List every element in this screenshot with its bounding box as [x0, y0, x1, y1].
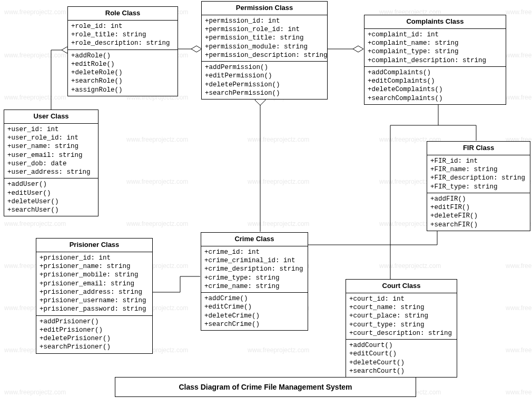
class-attrs: +FIR_id: int+FIR_name: string+FIR_descri… [427, 155, 530, 193]
class-attrs: +user_id: int+user_role_id: int+user_nam… [4, 124, 98, 179]
class-row: +deleteRole() [71, 68, 174, 77]
class-row: +user_email: string [7, 151, 95, 160]
class-row: +user_address: string [7, 168, 95, 176]
class-row: +editCourt() [349, 350, 454, 358]
class-row: +addCourt() [349, 341, 454, 350]
class-row: +deleteCourt() [349, 359, 454, 367]
class-row: +assignRole() [71, 86, 174, 94]
class-methods: +addFIR()+editFIR()+deleteFIR()+searchFI… [427, 193, 530, 231]
class-row: +court_id: int [349, 295, 454, 303]
class-row: +court_description: string [349, 329, 454, 337]
class-row: +editRole() [71, 60, 174, 68]
watermark-text: www.freeprojectz.com [506, 8, 532, 16]
class-row: +deleteCrime() [204, 312, 304, 320]
watermark-text: www.freeprojectz.com [248, 220, 309, 227]
class-title: FIR Class [427, 142, 530, 155]
class-permission: Permission Class +permission_id: int+per… [201, 1, 328, 100]
class-row: +crime_id: int [204, 248, 304, 256]
class-row: +editCrime() [204, 303, 304, 311]
class-attrs: +permission_id: int+permission_role_id: … [202, 15, 327, 62]
class-methods: +addComplaints()+editComplaints()+delete… [364, 67, 506, 104]
class-title: Complaints Class [364, 15, 506, 29]
class-row: +deletePermission() [205, 81, 324, 89]
watermark-text: www.freeprojectz.com [248, 136, 309, 143]
class-title: Prisioner Class [36, 239, 152, 252]
class-row: +court_name: string [349, 303, 454, 312]
class-row: +role_description: string [71, 39, 174, 47]
class-attrs: +complaint_id: int+complaint_name: strin… [364, 29, 506, 67]
class-row: +FIR_description: string [430, 174, 527, 182]
class-row: +searchPrisioner() [40, 343, 149, 351]
class-row: +deleteUser() [7, 197, 95, 206]
class-row: +role_title: string [71, 31, 174, 39]
class-title: Crime Class [201, 233, 308, 246]
class-row: +deleteComplaints() [368, 85, 503, 94]
class-row: +crime_name: string [204, 282, 304, 291]
class-attrs: +court_id: int+court_name: string+court_… [346, 293, 457, 340]
class-row: +searchPermission() [205, 89, 324, 97]
class-title: Role Class [68, 7, 178, 21]
class-row: +deletePrisioner() [40, 334, 149, 343]
class-attrs: +prisioner_id: int+prisioner_name: strin… [36, 252, 152, 316]
class-row: +prisioner_password: string [40, 305, 149, 313]
class-prisioner: Prisioner Class +prisioner_id: int+prisi… [36, 238, 153, 354]
class-attrs: +crime_id: int+crime_criminal_id: int+cr… [201, 246, 308, 293]
class-row: +addUser() [7, 180, 95, 188]
class-row: +permission_title: string [205, 34, 324, 42]
class-row: +searchUser() [7, 206, 95, 214]
watermark-text: www.freeprojectz.com [126, 136, 188, 143]
class-row: +crime_desription: string [204, 265, 304, 273]
watermark-text: www.freeprojectz.com [4, 220, 66, 227]
svg-marker-1 [191, 46, 202, 52]
class-fir: FIR Class +FIR_id: int+FIR_name: string+… [427, 141, 530, 231]
class-row: +prisioner_email: string [40, 280, 149, 288]
class-row: +complaint_id: int [368, 31, 503, 39]
class-crime: Crime Class +crime_id: int+crime_crimina… [201, 232, 308, 331]
class-row: +user_id: int [7, 125, 95, 134]
class-row: +searchCrime() [204, 320, 304, 329]
watermark-text: www.freeprojectz.com [506, 346, 532, 354]
class-methods: +addPermission()+editPermission()+delete… [202, 62, 327, 99]
class-row: +addFIR() [430, 195, 527, 203]
class-row: +editPrisioner() [40, 326, 149, 334]
class-row: +crime_type: string [204, 274, 304, 282]
watermark-text: www.freeprojectz.com [126, 178, 188, 185]
class-row: +editPermission() [205, 72, 324, 80]
class-row: +editUser() [7, 189, 95, 197]
watermark-text: www.freeprojectz.com [248, 178, 309, 185]
class-row: +prisioner_username: string [40, 296, 149, 305]
class-row: +role_id: int [71, 22, 174, 31]
class-row: +FIR_id: int [430, 157, 527, 165]
class-title: Court Class [346, 280, 457, 293]
class-title: Permission Class [202, 2, 327, 15]
class-row: +FIR_name: string [430, 165, 527, 174]
watermark-text: www.freeprojectz.com [4, 389, 66, 396]
class-methods: +addPrisioner()+editPrisioner()+deletePr… [36, 316, 152, 353]
class-row: +searchRole() [71, 77, 174, 85]
watermark-text: www.freeprojectz.com [506, 94, 532, 101]
class-methods: +addRole()+editRole()+deleteRole()+searc… [68, 50, 178, 96]
class-row: +addPermission() [205, 63, 324, 72]
class-row: +addRole() [71, 52, 174, 60]
class-row: +court_type: string [349, 321, 454, 329]
class-row: +addCrime() [204, 294, 304, 303]
class-methods: +addCourt()+editCourt()+deleteCourt()+se… [346, 340, 457, 377]
class-row: +searchCourt() [349, 367, 454, 375]
class-row: +permission_role_id: int [205, 25, 324, 34]
class-row: +complaint_description: string [368, 56, 503, 65]
svg-marker-2 [353, 46, 363, 52]
class-row: +addPrisioner() [40, 317, 149, 326]
watermark-text: www.freeprojectz.com [506, 304, 532, 312]
watermark-text: www.freeprojectz.com [4, 8, 66, 16]
watermark-text: www.freeprojectz.com [4, 94, 66, 101]
class-role: Role Class +role_id: int+role_title: str… [67, 6, 178, 96]
watermark-text: www.freeprojectz.com [506, 52, 532, 59]
class-user: User Class +user_id: int+user_role_id: i… [4, 110, 98, 216]
watermark-text: www.freeprojectz.com [506, 389, 532, 396]
class-row: +FIR_type: string [430, 183, 527, 191]
class-row: +user_dob: date [7, 160, 95, 168]
class-attrs: +role_id: int+role_title: string+role_de… [68, 21, 178, 50]
diagram-canvas: www.freeprojectz.comwww.freeprojectz.com… [0, 0, 532, 417]
class-row: +complaint_name: string [368, 39, 503, 47]
class-row: +addComplaints() [368, 68, 503, 77]
